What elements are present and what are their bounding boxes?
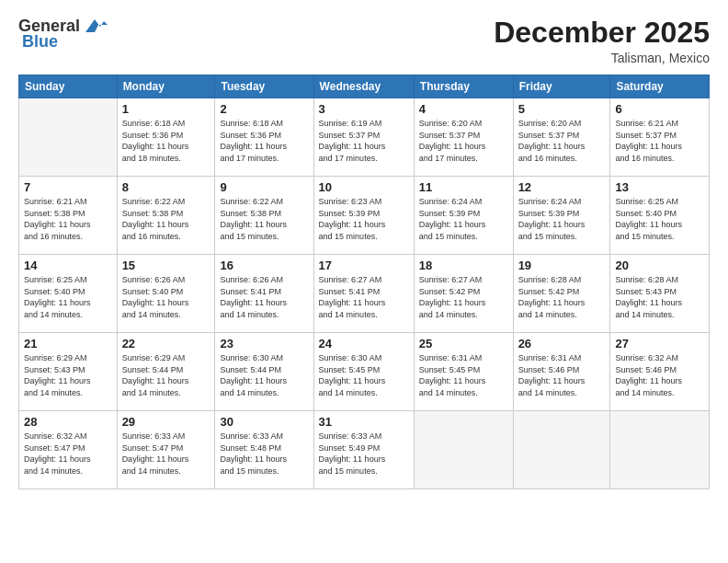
day-info: Sunrise: 6:28 AM Sunset: 5:42 PM Dayligh… [518, 274, 606, 320]
day-cell: 5Sunrise: 6:20 AM Sunset: 5:37 PM Daylig… [513, 98, 610, 177]
day-cell: 12Sunrise: 6:24 AM Sunset: 5:39 PM Dayli… [513, 177, 610, 255]
day-info: Sunrise: 6:18 AM Sunset: 5:36 PM Dayligh… [220, 118, 308, 164]
day-cell: 21Sunrise: 6:29 AM Sunset: 5:43 PM Dayli… [19, 333, 118, 411]
day-number: 15 [122, 259, 210, 272]
day-number: 12 [518, 180, 606, 194]
day-number: 27 [615, 337, 704, 350]
day-number: 4 [419, 102, 508, 116]
day-cell: 18Sunrise: 6:27 AM Sunset: 5:42 PM Dayli… [414, 255, 513, 333]
day-info: Sunrise: 6:33 AM Sunset: 5:48 PM Dayligh… [220, 431, 308, 477]
week-row-4: 28Sunrise: 6:32 AM Sunset: 5:47 PM Dayli… [19, 411, 710, 489]
day-number: 18 [419, 259, 508, 272]
day-cell: 14Sunrise: 6:25 AM Sunset: 5:40 PM Dayli… [19, 255, 118, 333]
day-number: 9 [220, 180, 308, 194]
day-number: 1 [122, 102, 210, 116]
day-info: Sunrise: 6:27 AM Sunset: 5:41 PM Dayligh… [319, 274, 409, 320]
day-info: Sunrise: 6:32 AM Sunset: 5:47 PM Dayligh… [24, 431, 112, 477]
day-cell: 15Sunrise: 6:26 AM Sunset: 5:40 PM Dayli… [117, 255, 215, 333]
day-cell: 8Sunrise: 6:22 AM Sunset: 5:38 PM Daylig… [117, 177, 215, 255]
col-header-thursday: Thursday [414, 75, 513, 98]
day-info: Sunrise: 6:21 AM Sunset: 5:38 PM Dayligh… [24, 196, 112, 242]
day-number: 3 [319, 102, 409, 116]
day-info: Sunrise: 6:22 AM Sunset: 5:38 PM Dayligh… [122, 196, 210, 242]
day-cell: 30Sunrise: 6:33 AM Sunset: 5:48 PM Dayli… [215, 411, 313, 489]
day-cell [19, 98, 118, 177]
day-number: 21 [24, 337, 112, 350]
day-cell: 26Sunrise: 6:31 AM Sunset: 5:46 PM Dayli… [513, 333, 610, 411]
day-info: Sunrise: 6:20 AM Sunset: 5:37 PM Dayligh… [518, 118, 606, 164]
day-number: 22 [122, 337, 210, 350]
day-cell: 28Sunrise: 6:32 AM Sunset: 5:47 PM Dayli… [19, 411, 118, 489]
day-info: Sunrise: 6:30 AM Sunset: 5:45 PM Dayligh… [319, 352, 409, 398]
day-cell: 6Sunrise: 6:21 AM Sunset: 5:37 PM Daylig… [610, 98, 710, 177]
day-cell: 31Sunrise: 6:33 AM Sunset: 5:49 PM Dayli… [313, 411, 414, 489]
day-info: Sunrise: 6:29 AM Sunset: 5:43 PM Dayligh… [24, 352, 112, 398]
day-cell: 7Sunrise: 6:21 AM Sunset: 5:38 PM Daylig… [19, 177, 118, 255]
day-number: 6 [615, 102, 704, 116]
day-info: Sunrise: 6:33 AM Sunset: 5:49 PM Dayligh… [319, 431, 409, 477]
col-header-sunday: Sunday [19, 75, 118, 98]
day-number: 5 [518, 102, 606, 116]
day-cell [610, 411, 710, 489]
day-cell: 2Sunrise: 6:18 AM Sunset: 5:36 PM Daylig… [215, 98, 313, 177]
col-header-monday: Monday [117, 75, 215, 98]
day-info: Sunrise: 6:21 AM Sunset: 5:37 PM Dayligh… [615, 118, 704, 164]
day-number: 7 [24, 180, 112, 194]
col-header-friday: Friday [513, 75, 610, 98]
day-number: 8 [122, 180, 210, 194]
week-row-3: 21Sunrise: 6:29 AM Sunset: 5:43 PM Dayli… [19, 333, 710, 411]
day-number: 16 [220, 259, 308, 272]
day-info: Sunrise: 6:32 AM Sunset: 5:46 PM Dayligh… [615, 352, 704, 398]
day-cell: 16Sunrise: 6:26 AM Sunset: 5:41 PM Dayli… [215, 255, 313, 333]
day-cell: 27Sunrise: 6:32 AM Sunset: 5:46 PM Dayli… [610, 333, 710, 411]
day-cell [414, 411, 513, 489]
day-cell: 11Sunrise: 6:24 AM Sunset: 5:39 PM Dayli… [414, 177, 513, 255]
day-cell: 9Sunrise: 6:22 AM Sunset: 5:38 PM Daylig… [215, 177, 313, 255]
day-number: 30 [220, 415, 308, 429]
day-number: 10 [319, 180, 409, 194]
day-info: Sunrise: 6:20 AM Sunset: 5:37 PM Dayligh… [419, 118, 508, 164]
day-cell: 24Sunrise: 6:30 AM Sunset: 5:45 PM Dayli… [313, 333, 414, 411]
day-info: Sunrise: 6:31 AM Sunset: 5:46 PM Dayligh… [518, 352, 606, 398]
col-header-tuesday: Tuesday [215, 75, 313, 98]
day-cell: 1Sunrise: 6:18 AM Sunset: 5:36 PM Daylig… [117, 98, 215, 177]
day-info: Sunrise: 6:24 AM Sunset: 5:39 PM Dayligh… [419, 196, 508, 242]
col-header-wednesday: Wednesday [313, 75, 414, 98]
day-cell: 29Sunrise: 6:33 AM Sunset: 5:47 PM Dayli… [117, 411, 215, 489]
day-info: Sunrise: 6:26 AM Sunset: 5:41 PM Dayligh… [220, 274, 308, 320]
day-info: Sunrise: 6:31 AM Sunset: 5:45 PM Dayligh… [419, 352, 508, 398]
day-info: Sunrise: 6:25 AM Sunset: 5:40 PM Dayligh… [615, 196, 704, 242]
logo-blue: Blue [22, 32, 58, 52]
day-info: Sunrise: 6:18 AM Sunset: 5:36 PM Dayligh… [122, 118, 210, 164]
day-info: Sunrise: 6:28 AM Sunset: 5:43 PM Dayligh… [615, 274, 704, 320]
day-cell: 22Sunrise: 6:29 AM Sunset: 5:44 PM Dayli… [117, 333, 215, 411]
day-number: 14 [24, 259, 112, 272]
day-info: Sunrise: 6:26 AM Sunset: 5:40 PM Dayligh… [122, 274, 210, 320]
day-cell: 4Sunrise: 6:20 AM Sunset: 5:37 PM Daylig… [414, 98, 513, 177]
day-info: Sunrise: 6:23 AM Sunset: 5:39 PM Dayligh… [319, 196, 409, 242]
day-info: Sunrise: 6:24 AM Sunset: 5:39 PM Dayligh… [518, 196, 606, 242]
day-info: Sunrise: 6:19 AM Sunset: 5:37 PM Dayligh… [319, 118, 409, 164]
day-info: Sunrise: 6:29 AM Sunset: 5:44 PM Dayligh… [122, 352, 210, 398]
day-cell: 10Sunrise: 6:23 AM Sunset: 5:39 PM Dayli… [313, 177, 414, 255]
day-number: 23 [220, 337, 308, 350]
col-header-saturday: Saturday [610, 75, 710, 98]
day-number: 25 [419, 337, 508, 350]
day-cell: 19Sunrise: 6:28 AM Sunset: 5:42 PM Dayli… [513, 255, 610, 333]
day-cell: 3Sunrise: 6:19 AM Sunset: 5:37 PM Daylig… [313, 98, 414, 177]
logo: General Blue [18, 17, 108, 52]
day-number: 29 [122, 415, 210, 429]
logo-bird-icon [82, 16, 108, 34]
day-number: 13 [615, 180, 704, 194]
day-number: 24 [319, 337, 409, 350]
week-row-1: 7Sunrise: 6:21 AM Sunset: 5:38 PM Daylig… [19, 177, 710, 255]
location: Talisman, Mexico [494, 51, 710, 65]
calendar-table: SundayMondayTuesdayWednesdayThursdayFrid… [18, 75, 710, 489]
day-number: 11 [419, 180, 508, 194]
week-row-0: 1Sunrise: 6:18 AM Sunset: 5:36 PM Daylig… [19, 98, 710, 177]
day-number: 28 [24, 415, 112, 429]
day-info: Sunrise: 6:27 AM Sunset: 5:42 PM Dayligh… [419, 274, 508, 320]
month-title: December 2025 [494, 17, 710, 49]
day-cell: 20Sunrise: 6:28 AM Sunset: 5:43 PM Dayli… [610, 255, 710, 333]
header: General Blue December 2025 Talisman, Mex… [18, 17, 710, 65]
